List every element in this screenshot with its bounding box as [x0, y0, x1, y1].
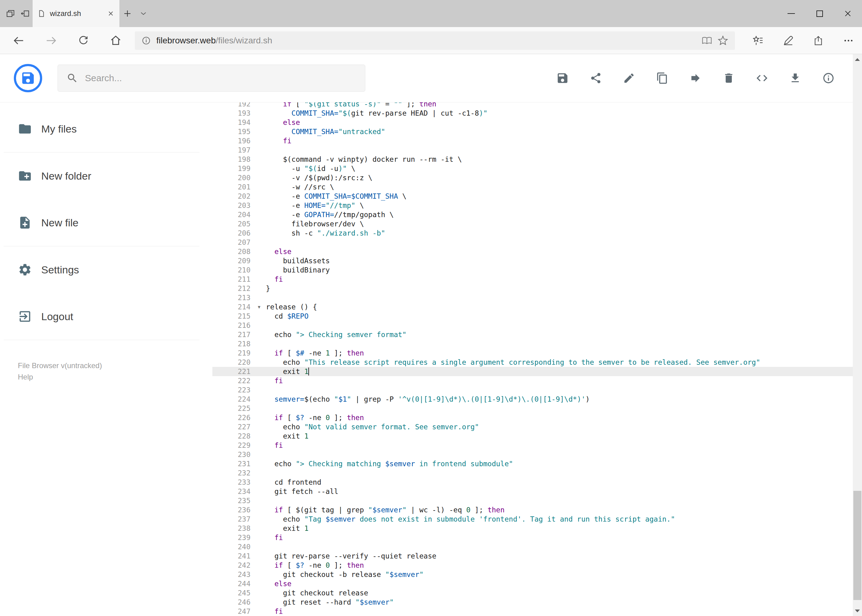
sidebar-item-settings[interactable]: Settings: [0, 246, 212, 293]
fold-marker-icon[interactable]: ▼: [252, 302, 266, 311]
code-line[interactable]: 219 if [ $# -ne 1 ]; then: [212, 349, 853, 358]
minimize-button[interactable]: [777, 0, 805, 27]
code-line[interactable]: 195 COMMIT_SHA="untracked": [212, 127, 853, 136]
back-button[interactable]: [2, 27, 35, 54]
code-line[interactable]: 200 -v /$(pwd):/src:z \: [212, 173, 853, 182]
code-line[interactable]: 210 buildBinary: [212, 266, 853, 275]
code-line[interactable]: 222 fi: [212, 376, 853, 385]
code-line[interactable]: 234 git fetch --all: [212, 487, 853, 496]
code-line[interactable]: 226 if [ $? -ne 0 ]; then: [212, 413, 853, 422]
code-line[interactable]: 202 -e COMMIT_SHA=$COMMIT_SHA \: [212, 192, 853, 201]
sidebar-item-logout[interactable]: Logout: [0, 293, 212, 340]
close-window-button[interactable]: [834, 0, 862, 27]
code-line[interactable]: 232: [212, 468, 853, 478]
code-line[interactable]: 196 fi: [212, 136, 853, 146]
sidebar-item-new-folder[interactable]: New folder: [0, 152, 212, 199]
rename-button[interactable]: [620, 69, 638, 87]
code-line[interactable]: 192 if [ "$(git status -s)" = "" ]; then: [212, 102, 853, 108]
help-link[interactable]: Help: [18, 371, 212, 383]
code-line[interactable]: 230: [212, 450, 853, 459]
tab-preview-button[interactable]: [18, 0, 33, 27]
save-button[interactable]: [554, 69, 572, 87]
code-line[interactable]: 224 semver=$(echo "$1" | grep -P '^v(0|[…: [212, 394, 853, 404]
more-button[interactable]: [840, 27, 857, 54]
code-line[interactable]: 220 echo "This release script requires a…: [212, 358, 853, 367]
code-line[interactable]: 206 sh -c "./wizard.sh -b": [212, 228, 853, 238]
tab-close-icon[interactable]: [107, 10, 115, 17]
hub-button[interactable]: [749, 27, 767, 54]
code-line[interactable]: 240: [212, 542, 853, 552]
code-line[interactable]: 193 COMMIT_SHA="$(git rev-parse HEAD | c…: [212, 108, 853, 118]
browser-tab[interactable]: wizard.sh: [33, 0, 120, 27]
code-line[interactable]: 201 -w //src \: [212, 182, 853, 192]
delete-button[interactable]: [720, 69, 738, 87]
code-line[interactable]: 242 if [ $? -ne 0 ]; then: [212, 561, 853, 570]
code-line[interactable]: 231 echo "> Checking matching $semver in…: [212, 459, 853, 468]
sidebar-item-new-file[interactable]: New file: [0, 199, 212, 246]
code-line[interactable]: 223: [212, 385, 853, 394]
favorite-star-icon[interactable]: [718, 35, 728, 46]
tab-list-button[interactable]: [136, 0, 151, 27]
app-logo[interactable]: [14, 64, 42, 92]
refresh-button[interactable]: [67, 27, 99, 54]
move-button[interactable]: [687, 69, 704, 87]
code-line[interactable]: 221 exit 1: [212, 367, 853, 376]
code-line[interactable]: 198 $(command -v winpty) docker run --rm…: [212, 155, 853, 164]
code-line[interactable]: 203 -e HOME="//tmp" \: [212, 201, 853, 210]
forward-button[interactable]: [35, 27, 67, 54]
code-line[interactable]: 229 fi: [212, 441, 853, 450]
code-line[interactable]: 216: [212, 321, 853, 330]
copy-button[interactable]: [653, 69, 671, 87]
code-line[interactable]: 243 git checkout -b release "$semver": [212, 570, 853, 579]
code-line[interactable]: 245 git checkout release: [212, 588, 853, 597]
code-line[interactable]: 235: [212, 496, 853, 505]
search-bar[interactable]: [58, 64, 365, 92]
raw-code-button[interactable]: [753, 69, 771, 87]
code-line[interactable]: 218: [212, 339, 853, 349]
sidebar-item-my-files[interactable]: My files: [0, 105, 212, 152]
maximize-button[interactable]: [805, 0, 834, 27]
page-scrollbar[interactable]: [853, 54, 862, 616]
url-text[interactable]: filebrowser.web/files/wizard.sh: [156, 36, 696, 46]
code-line[interactable]: 237 echo "Tag $semver does not exist in …: [212, 514, 853, 524]
code-line[interactable]: 199 -u "$(id -u)" \: [212, 164, 853, 173]
share-button[interactable]: [587, 69, 605, 87]
set-tabs-aside-button[interactable]: [3, 0, 18, 27]
code-line[interactable]: 194 else: [212, 118, 853, 127]
code-line[interactable]: 246 git reset --hard "$semver": [212, 597, 853, 607]
code-line[interactable]: 238 exit 1: [212, 524, 853, 533]
search-input[interactable]: [85, 73, 356, 83]
code-line[interactable]: 239 fi: [212, 533, 853, 542]
code-line[interactable]: 236 if [ $(git tag | grep "$semver" | wc…: [212, 505, 853, 514]
site-info-icon[interactable]: [142, 36, 151, 45]
address-bar[interactable]: filebrowser.web/files/wizard.sh: [135, 31, 735, 50]
code-line[interactable]: 233 cd frontend: [212, 478, 853, 487]
code-line[interactable]: 227 echo "Not valid semver format. See s…: [212, 422, 853, 432]
download-button[interactable]: [786, 69, 804, 87]
code-line[interactable]: 247 fi: [212, 607, 853, 616]
code-line[interactable]: 241 git rev-parse --verify --quiet relea…: [212, 552, 853, 561]
code-line[interactable]: 208 else: [212, 247, 853, 256]
code-line[interactable]: 211 fi: [212, 275, 853, 284]
code-line[interactable]: 213: [212, 293, 853, 302]
code-line[interactable]: 204 -e GOPATH=//tmp/gopath \: [212, 210, 853, 219]
code-editor[interactable]: 192 if [ "$(git status -s)" = "" ]; then…: [212, 102, 853, 616]
reading-view-icon[interactable]: [702, 35, 712, 46]
share-page-button[interactable]: [810, 27, 827, 54]
info-button[interactable]: [819, 69, 837, 87]
code-line[interactable]: 205 filebrowser/dev \: [212, 219, 853, 228]
code-line[interactable]: 212}: [212, 284, 853, 293]
scroll-down-button[interactable]: [853, 605, 862, 616]
code-line[interactable]: 215 cd $REPO: [212, 311, 853, 321]
code-line[interactable]: 197: [212, 146, 853, 155]
code-line[interactable]: 225: [212, 404, 853, 413]
scroll-up-button[interactable]: [853, 54, 862, 64]
scrollbar-thumb[interactable]: [853, 491, 861, 600]
ink-button[interactable]: [780, 27, 797, 54]
code-line[interactable]: 209 buildAssets: [212, 256, 853, 266]
code-line[interactable]: 217 echo "> Checking semver format": [212, 330, 853, 339]
code-line[interactable]: 207: [212, 238, 853, 247]
new-tab-button[interactable]: [120, 0, 136, 27]
code-line[interactable]: 214▼release () {: [212, 302, 853, 311]
code-line[interactable]: 228 exit 1: [212, 432, 853, 441]
